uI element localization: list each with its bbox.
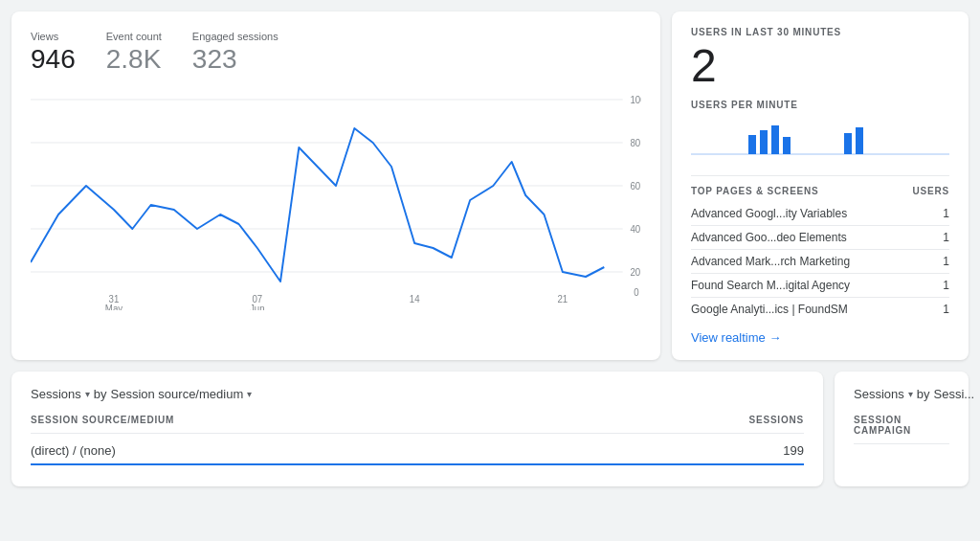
svg-text:60: 60 xyxy=(630,181,640,192)
sessions-dimension-arrow[interactable]: ▾ xyxy=(247,389,252,399)
svg-rect-20 xyxy=(771,125,779,154)
page-name: Advanced Goo...deo Elements xyxy=(691,231,847,244)
realtime-users-count: 2 xyxy=(691,41,949,92)
event-count-label: Event count xyxy=(106,31,162,42)
views-label: Views xyxy=(31,31,76,42)
svg-text:20: 20 xyxy=(630,267,640,278)
page-name: Google Analyti...ics | FoundSM xyxy=(691,303,848,316)
svg-text:21: 21 xyxy=(557,294,568,304)
session-source-value: (direct) / (none) xyxy=(31,443,116,458)
page-count: 1 xyxy=(943,231,949,244)
svg-text:40: 40 xyxy=(630,224,640,235)
top-pages-label: TOP PAGES & SCREENS xyxy=(691,186,819,196)
svg-rect-18 xyxy=(748,135,756,154)
event-count-metric: Event count 2.8K xyxy=(106,31,162,75)
users-per-minute-label: USERS PER MINUTE xyxy=(691,100,949,110)
svg-text:0: 0 xyxy=(634,287,639,298)
bottom-section: Sessions ▾ by Session source/medium ▾ SE… xyxy=(0,372,980,498)
users-col-label: USERS xyxy=(913,186,949,196)
sessions-campaign-by: by xyxy=(917,387,930,401)
col-sessions-header: SESSIONS xyxy=(748,415,804,425)
svg-rect-21 xyxy=(783,137,791,154)
sessions-campaign-dim[interactable]: Sessi... xyxy=(933,387,974,401)
svg-rect-19 xyxy=(760,130,768,154)
page-name: Advanced Mark...rch Marketing xyxy=(691,255,850,268)
svg-rect-22 xyxy=(844,133,852,154)
sessions-campaign-header: Sessions ▾ by Sessi... xyxy=(854,387,949,401)
page-count: 1 xyxy=(943,279,949,292)
sessions-dimension-label[interactable]: Session source/medium xyxy=(110,387,243,401)
page-count: 1 xyxy=(943,303,949,316)
mini-chart-svg xyxy=(691,116,949,164)
col-campaign-header: SESSION CAMPAIGN xyxy=(854,415,949,436)
main-chart-card: Views 946 Event count 2.8K Engaged sessi… xyxy=(11,11,660,360)
col-source-header: SESSION SOURCE/MEDIUM xyxy=(31,415,174,425)
mini-bar-chart xyxy=(691,116,949,164)
sessions-campaign-card: Sessions ▾ by Sessi... SESSION CAMPAIGN xyxy=(835,372,969,486)
page-name: Advanced Googl...ity Variables xyxy=(691,207,847,220)
page-row: Advanced Googl...ity Variables 1 xyxy=(691,202,949,226)
sessions-campaign-dropdown[interactable]: Sessions xyxy=(854,387,904,401)
sessions-table-row: (direct) / (none) 199 xyxy=(31,434,804,465)
views-metric: Views 946 xyxy=(31,31,76,75)
page-row: Advanced Mark...rch Marketing 1 xyxy=(691,250,949,274)
sessions-source-header: Sessions ▾ by Session source/medium ▾ xyxy=(31,387,804,401)
page-count: 1 xyxy=(943,207,949,220)
views-value: 946 xyxy=(31,44,76,75)
engaged-sessions-metric: Engaged sessions 323 xyxy=(192,31,278,75)
svg-text:Jun: Jun xyxy=(250,304,265,310)
svg-text:14: 14 xyxy=(410,294,420,304)
campaign-table-header: SESSION CAMPAIGN xyxy=(854,415,949,444)
realtime-title: USERS IN LAST 30 MINUTES xyxy=(691,27,949,37)
page-row: Advanced Goo...deo Elements 1 xyxy=(691,226,949,250)
chart-svg: 100 80 60 40 20 0 31 May 07 Jun 14 21 xyxy=(31,90,641,310)
svg-text:80: 80 xyxy=(630,138,640,148)
event-count-value: 2.8K xyxy=(106,44,162,75)
sessions-dropdown-label[interactable]: Sessions xyxy=(31,387,81,401)
view-realtime-link[interactable]: View realtime → xyxy=(691,330,949,345)
svg-text:May: May xyxy=(105,304,122,310)
sessions-source-card: Sessions ▾ by Session source/medium ▾ SE… xyxy=(11,372,823,486)
engaged-sessions-value: 323 xyxy=(192,44,278,75)
svg-text:100: 100 xyxy=(630,95,641,105)
svg-rect-23 xyxy=(856,127,863,154)
page-count: 1 xyxy=(943,255,949,268)
session-count-value: 199 xyxy=(783,443,804,458)
top-pages-header: TOP PAGES & SCREENS USERS xyxy=(691,175,949,196)
page-name: Found Search M...igital Agency xyxy=(691,279,850,292)
sessions-campaign-arrow[interactable]: ▾ xyxy=(908,389,913,399)
sessions-table-header: SESSION SOURCE/MEDIUM SESSIONS xyxy=(31,415,804,434)
metrics-row: Views 946 Event count 2.8K Engaged sessi… xyxy=(31,31,641,75)
page-row: Google Analyti...ics | FoundSM 1 xyxy=(691,298,949,321)
page-row: Found Search M...igital Agency 1 xyxy=(691,274,949,298)
line-chart: 100 80 60 40 20 0 31 May 07 Jun 14 21 xyxy=(31,90,641,310)
engaged-sessions-label: Engaged sessions xyxy=(192,31,278,42)
sessions-dropdown-arrow[interactable]: ▾ xyxy=(85,389,90,399)
sessions-by-label: by xyxy=(94,387,107,401)
realtime-card: USERS IN LAST 30 MINUTES 2 USERS PER MIN… xyxy=(672,11,969,360)
